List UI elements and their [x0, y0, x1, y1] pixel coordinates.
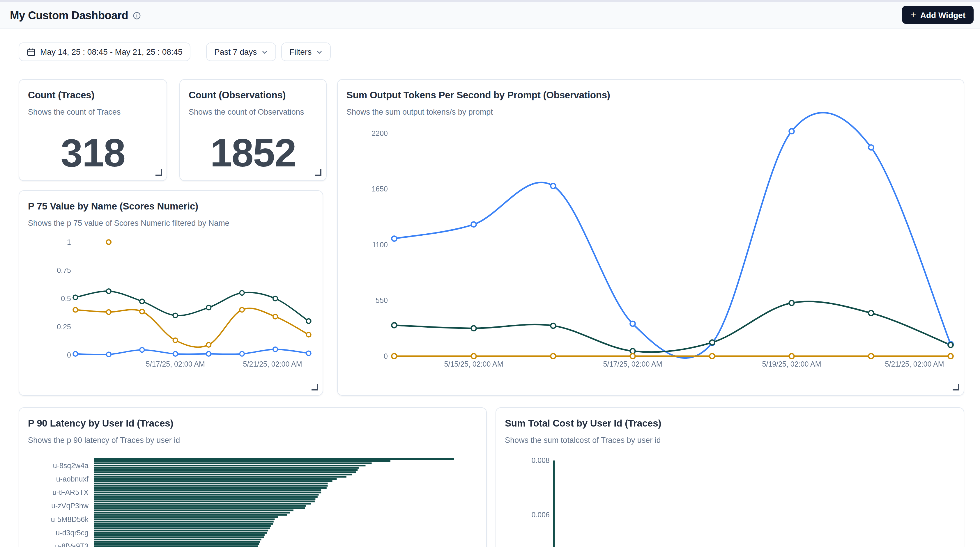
latency-bar [94, 507, 305, 509]
p75-value-line-chart[interactable]: 00.250.50.7515/17/25, 02:00 AM5/21/25, 0… [23, 230, 324, 373]
axis-tick-label: 0.5 [61, 295, 71, 303]
widget-subtitle: Shows the count of Traces [28, 108, 121, 116]
data-point-marker [789, 354, 794, 358]
axis-tick-label: 5/21/25, 02:00 AM [885, 360, 944, 368]
data-point-marker [207, 352, 211, 356]
data-point-marker [73, 295, 78, 300]
axis-tick-label: 0.25 [57, 323, 71, 331]
data-point-marker [869, 354, 873, 358]
count-observations-value: 1852 [180, 130, 326, 175]
data-point-marker [789, 128, 794, 133]
data-point-marker [140, 348, 145, 352]
p90-latency-bar-chart[interactable]: u-8sq2w4au-aobnuxfu-tFAR5TXu-zVqP3hwu-5M… [23, 455, 487, 547]
axis-tick-label: 1650 [372, 185, 388, 193]
data-point-marker [273, 314, 278, 319]
chevron-down-icon [316, 49, 323, 55]
data-point-marker [107, 352, 111, 357]
axis-tick-label: 0 [384, 352, 388, 360]
axis-tick-label: u-8sq2w4a [53, 461, 89, 469]
range-preset-value: Past 7 days [214, 47, 257, 56]
widget-title: Count (Traces) [28, 90, 94, 101]
data-point-marker [391, 236, 396, 241]
latency-bar [94, 539, 261, 540]
resize-handle-icon[interactable] [312, 384, 318, 390]
data-point-marker [471, 222, 476, 227]
data-point-marker [73, 352, 78, 356]
widget-count-observations: Count (Observations) Shows the count of … [179, 79, 327, 181]
latency-bar [94, 534, 265, 536]
data-point-marker [240, 352, 244, 356]
latency-bar [94, 476, 347, 478]
latency-bar [94, 518, 275, 520]
latency-bar [94, 471, 356, 473]
data-point-marker [471, 354, 476, 358]
axis-tick-label: u-5M8D56k [51, 515, 89, 523]
axis-tick-label: u-zVqP3hw [51, 502, 89, 510]
page-header: My Custom Dashboard + Add Widget [0, 2, 980, 29]
latency-bar [94, 509, 293, 511]
widget-subtitle: Shows the p 90 latency of Traces by user… [28, 436, 180, 445]
data-point-marker [789, 301, 794, 306]
data-point-marker [630, 354, 635, 358]
widget-count-traces: Count (Traces) Shows the count of Traces… [19, 79, 167, 181]
axis-tick-label: 5/17/25, 02:00 AM [146, 360, 205, 368]
data-point-marker [207, 305, 211, 310]
data-point-marker [306, 351, 311, 355]
latency-bar [94, 545, 258, 547]
latency-bar [94, 505, 306, 507]
latency-bar [94, 478, 337, 480]
latency-bar [94, 530, 268, 531]
data-point-marker [273, 296, 278, 301]
data-point-marker [107, 289, 111, 293]
add-widget-button[interactable]: + Add Widget [902, 6, 974, 24]
page-title: My Custom Dashboard [10, 9, 128, 22]
calendar-icon [27, 48, 35, 56]
latency-bar [94, 501, 315, 502]
data-point-marker [550, 354, 555, 358]
axis-tick-label: u-8fVa9T3 [55, 542, 89, 547]
latency-bar [94, 489, 321, 491]
resize-handle-icon[interactable] [156, 169, 162, 176]
sum-output-tokens-line-chart[interactable]: 05501100165022005/15/25, 02:00 AM5/17/25… [340, 122, 964, 396]
latency-bar [94, 525, 271, 527]
latency-bar [94, 483, 328, 484]
count-traces-value: 318 [19, 130, 167, 175]
axis-tick-label: u-tFAR5TX [52, 488, 89, 496]
filters-dropdown[interactable]: Filters [281, 43, 331, 61]
axis-tick-label: 1100 [372, 241, 388, 249]
data-point-marker [869, 145, 873, 150]
widget-title: Sum Total Cost by User Id (Traces) [505, 418, 661, 429]
latency-bar [94, 465, 365, 466]
latency-bar [94, 485, 328, 487]
data-point-marker [173, 338, 178, 343]
axis-tick-label: 1 [67, 238, 71, 246]
latency-bar [94, 536, 264, 538]
isolated-data-point [107, 240, 111, 244]
add-widget-label: Add Widget [920, 10, 966, 19]
data-point-marker [207, 342, 211, 347]
cost-bar [553, 461, 555, 547]
axis-tick-label: 5/19/25, 02:00 AM [762, 360, 821, 368]
axis-tick-label: u-d3qr5cg [56, 529, 89, 537]
widget-title: Sum Output Tokens Per Second by Prompt (… [347, 90, 610, 101]
data-point-marker [240, 308, 244, 312]
resize-handle-icon[interactable] [315, 169, 321, 176]
latency-bar [94, 528, 270, 529]
range-preset-dropdown[interactable]: Past 7 days [206, 43, 276, 61]
widget-title: Count (Observations) [189, 90, 286, 101]
data-point-marker [948, 354, 953, 358]
data-point-marker [710, 354, 714, 358]
widget-subtitle: Shows the sum output tokens/s by prompt [347, 108, 493, 116]
sum-total-cost-bar-chart[interactable]: 0.0080.006 [501, 454, 964, 547]
data-point-marker [471, 326, 476, 331]
date-range-picker[interactable]: May 14, 25 : 08:45 - May 21, 25 : 08:45 [19, 43, 191, 61]
latency-bar [94, 460, 390, 462]
latency-bar [94, 467, 359, 469]
latency-bar [94, 532, 267, 534]
latency-bar [94, 458, 454, 460]
latency-bar [94, 492, 321, 493]
chevron-down-icon [261, 49, 268, 55]
axis-tick-label: 0.75 [57, 266, 71, 274]
info-icon[interactable] [133, 11, 141, 19]
data-point-marker [550, 323, 555, 328]
